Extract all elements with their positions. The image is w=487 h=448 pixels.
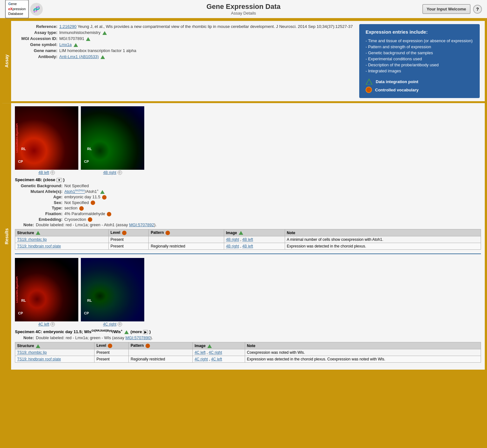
reference-text: Yeung J, et al., Wls provides a new comp… xyxy=(78,24,353,29)
main-title: Gene Expression Data xyxy=(206,3,281,11)
table-4b-r2-level: Present xyxy=(108,243,149,249)
specimen-4b-close-btn[interactable]: ▼ xyxy=(56,178,62,182)
img-link-4b-right-1[interactable]: 4B right xyxy=(226,237,239,242)
spec-4b-genetic-bg: Genetic Background: Not Specified xyxy=(15,183,481,188)
table-4b-r1-level: Present xyxy=(108,236,149,243)
antibody-triangle-icon xyxy=(101,55,105,59)
img-4c-right-cp: CP xyxy=(84,311,89,315)
info-box-title: Expression entries include: xyxy=(366,29,473,35)
reference-value: 1:216290 Yeung J, et al., Wls provides a… xyxy=(59,24,353,29)
legend-triangle-item: Data integration point xyxy=(366,78,473,85)
page-header: Gene eXpression Database 🧬 Gene Expressi… xyxy=(0,0,487,19)
specimen-4c-triangle-icon xyxy=(124,330,129,334)
table-4b-r2-note: Expression was detected in the choroid p… xyxy=(285,243,481,249)
img-link-4c-right-1[interactable]: 4C right xyxy=(209,350,222,355)
structure-link-2[interactable]: TS19: hindbrain roof plate xyxy=(17,244,61,248)
gene-symbol-label: Gene symbol: xyxy=(16,42,57,47)
img-4b-right-caption: 4B right © xyxy=(103,170,122,175)
img-4b-left-red-label: Lmx1a/Math1-Bgal/DAPI xyxy=(16,123,18,153)
legend-circle-item: Controlled vocabulary xyxy=(366,87,473,93)
note-4c-link[interactable]: MGI:5707890 xyxy=(126,335,151,340)
structure-link-1[interactable]: TS19: rhombic lip xyxy=(17,237,47,242)
input-welcome-button[interactable]: Your Input Welcome xyxy=(422,4,471,14)
specimen-4c-left-image[interactable]: Lmx1a/Wls-Bgal/DAPI RL CP xyxy=(15,258,78,321)
spec-4b-fixation: Fixation: 4% Paraformaldehyde xyxy=(15,211,481,216)
sex-label: Sex: xyxy=(15,200,62,205)
table-4c-r2-pattern: Regionally restricted xyxy=(129,356,193,363)
gene-symbol-link[interactable]: Lmx1a xyxy=(59,42,72,47)
img-4c-right-caption: 4C right © xyxy=(103,322,122,326)
image-4b-right-container: RL CP 4B right © xyxy=(81,106,144,175)
type-text: section xyxy=(64,206,77,210)
info-item-5: Integrated images xyxy=(366,68,473,74)
genetic-bg-label: Genetic Background: xyxy=(15,183,62,188)
img-link-4c-right-2[interactable]: 4C right xyxy=(195,357,208,361)
spec-4b-note: Note: Double labeled: red - Lmx1a; green… xyxy=(15,222,481,227)
info-item-4: Description of the probe/antibody used xyxy=(366,62,473,68)
table-4b-r1-pattern xyxy=(149,236,224,243)
structure-4c-link-2[interactable]: TS19: hindbrain roof plate xyxy=(17,357,61,361)
img-4c-left-link[interactable]: 4C left xyxy=(38,322,49,326)
note-label: Note: xyxy=(15,222,34,227)
assay-type-text: Immunohistochemistry xyxy=(59,30,101,35)
img-4b-left-link[interactable]: 4B left xyxy=(38,170,49,175)
specimen-4c-images: Lmx1a/Wls-Bgal/DAPI RL CP 4C left © RL C… xyxy=(15,258,481,326)
img-link-4c-left-2[interactable]: 4C left xyxy=(211,357,222,361)
img-4b-right-link[interactable]: 4B right xyxy=(103,170,116,175)
info-item-1: Pattern and strength of expression xyxy=(366,44,473,50)
table-4c-r2-level: Present xyxy=(94,356,129,363)
fixation-circle-icon xyxy=(107,212,111,216)
table-4b-col-note: Note xyxy=(285,229,481,236)
header-title: Gene Expression Data Assay Details xyxy=(206,3,281,16)
assay-type-label: Assay type: xyxy=(16,30,57,35)
reference-link[interactable]: 1:216290 xyxy=(59,24,76,29)
logo-area: Gene eXpression Database 🧬 xyxy=(5,0,43,18)
gene-name-row: Gene name: LIM homeobox transcription fa… xyxy=(16,48,355,53)
table-4b-r1-structure: TS19: rhombic lip xyxy=(15,236,109,243)
img-4c-left-caption: 4C left © xyxy=(38,322,55,326)
mutant-allele-link[interactable]: Atoh1tm2Hzo xyxy=(64,189,85,194)
mutant-alleles-label: Mutant Allele(s): xyxy=(15,189,62,194)
note-end: ). xyxy=(154,222,157,227)
note-4c-label: Note: xyxy=(15,335,34,340)
img-4c-left-red-label: Lmx1a/Wls-Bgal/DAPI xyxy=(16,276,18,303)
results-section: Results Lmx1a/Math1-Bgal/DAPI RL CP 4B l… xyxy=(2,103,485,370)
table-4c-col-pattern: Pattern xyxy=(129,342,193,349)
specimen-4b-left-image[interactable]: Lmx1a/Math1-Bgal/DAPI RL CP xyxy=(15,106,78,170)
img-4c-right-link[interactable]: 4C right xyxy=(103,322,116,326)
help-button[interactable]: ? xyxy=(473,5,482,14)
copyright-4b-left-icon: © xyxy=(50,170,55,175)
spec-4b-embedding: Embedding: Cryosection xyxy=(15,217,481,222)
info-box: Expression entries include: Time and tis… xyxy=(359,24,480,98)
img-4b-left-rl: RL xyxy=(21,147,26,151)
info-item-3: Experimental conditions used xyxy=(366,56,473,62)
specimen-4c-right-image[interactable]: RL CP xyxy=(81,258,144,321)
img-link-4c-left-1[interactable]: 4C left xyxy=(195,350,206,355)
img-link-4b-right-2[interactable]: 4B right xyxy=(226,244,239,248)
specimen-4b-right-image[interactable]: RL CP xyxy=(81,106,144,170)
type-circle-icon xyxy=(79,206,84,211)
antibody-link[interactable]: Anti-Lmx1 (AB10533) xyxy=(59,54,99,59)
img-link-4b-left-2[interactable]: 4B left xyxy=(242,244,253,248)
specimen-4b-header: Specimen 4B: (close ▼ ) xyxy=(15,177,481,182)
table-4c-r1-image: 4C left , 4C right xyxy=(192,349,245,356)
mutant-alleles-value: Atoh1tm2Hzo/Atoh1+ xyxy=(64,189,105,194)
specimen-4c-bold-label: Specimen 4C: xyxy=(15,329,43,334)
structure-col-triangle xyxy=(36,231,40,235)
img-link-4b-left-1[interactable]: 4B left xyxy=(242,237,253,242)
spec-4b-sex: Sex: Not Specified xyxy=(15,200,481,205)
table-row: TS19: hindbrain roof plate Present Regio… xyxy=(15,243,481,249)
info-item-0: Time and tissue of expression (or absenc… xyxy=(366,38,473,44)
spec-4b-type: Type: section xyxy=(15,206,481,211)
fixation-value: 4% Paraformaldehyde xyxy=(64,211,112,216)
sex-circle-icon xyxy=(91,201,95,205)
note-text: Double labeled: red - Lmx1a; green - Ato… xyxy=(36,222,129,227)
structure-4c-link-1[interactable]: TS19: rhombic lip xyxy=(17,350,47,355)
img-4c-left-rl: RL xyxy=(21,299,26,302)
table-row: TS19: rhombic lip Present 4B right , 4B … xyxy=(15,236,481,243)
note-link[interactable]: MGI:5707892 xyxy=(129,222,154,227)
logo-icon: 🧬 xyxy=(30,3,43,16)
fixation-label: Fixation: xyxy=(15,211,62,216)
specimen-4c-more-btn[interactable]: ▶ xyxy=(143,330,148,334)
logo-atabase: atabase xyxy=(11,12,23,16)
